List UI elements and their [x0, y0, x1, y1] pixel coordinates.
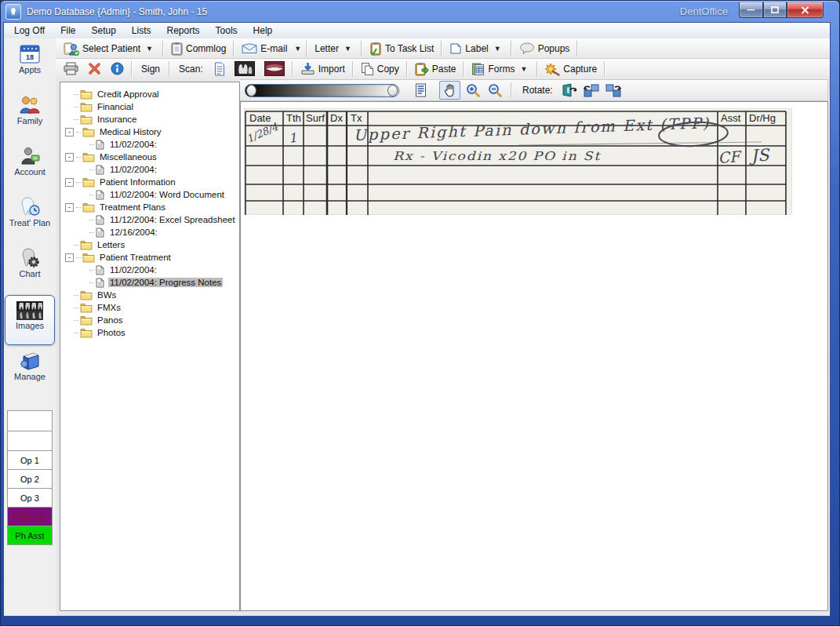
status-ph-asst[interactable]: Ph Asst [7, 526, 53, 545]
tree-item[interactable]: -Treatment Plans [60, 201, 239, 213]
maximize-button[interactable] [763, 2, 787, 18]
label-dropdown[interactable]: ▼ [492, 45, 504, 53]
sidebar-item-images[interactable]: Images [5, 295, 55, 345]
tree-item[interactable]: -Patient Information [60, 176, 239, 188]
collapse-toggle[interactable]: - [65, 178, 74, 187]
paste-icon [415, 62, 429, 76]
sidebar-item-family[interactable]: Family [5, 89, 54, 140]
scanned-progress-note[interactable]: Date Tth Surf Dx Tx Asst Dr/Hg 1/28/4 [244, 108, 792, 215]
zoom-in-button[interactable] [463, 82, 482, 99]
zoom-out-button[interactable] [485, 82, 504, 99]
app-window-icon [5, 4, 21, 20]
sidebar-item-manage[interactable]: Manage [5, 345, 54, 396]
import-button[interactable]: Import [296, 60, 350, 78]
scan-col-dx: Dx [330, 112, 343, 124]
tree-item[interactable]: -Medical History [60, 126, 239, 138]
fit-page-button[interactable] [411, 82, 431, 99]
tree-item[interactable]: Photos [60, 326, 239, 339]
rotate-flip-button[interactable] [560, 82, 580, 99]
label-button[interactable]: Label ▼ [445, 39, 507, 57]
info-button[interactable] [106, 60, 129, 78]
menu-reports[interactable]: Reports [159, 24, 208, 38]
letter-button[interactable]: Letter ▼ [310, 39, 358, 57]
close-button[interactable] [787, 2, 824, 18]
title-bar[interactable]: Demo Database {Admin} - Smith, John - 15… [5, 2, 830, 21]
sidebar-item-chart[interactable]: Chart [5, 242, 54, 293]
scan-document-button[interactable] [209, 60, 230, 78]
menu-lists[interactable]: Lists [124, 24, 159, 38]
tree-item[interactable]: 11/02/2004: Word Document [60, 188, 239, 201]
tree-item[interactable]: -Patient Treatment [60, 251, 239, 264]
contrast-slider-left-handle[interactable] [246, 85, 256, 96]
tree-item[interactable]: 11/12/2004: Excel Spreadsheet [60, 213, 239, 226]
tree-item[interactable]: FMXs [60, 301, 239, 314]
contrast-slider-right-handle[interactable] [387, 85, 398, 96]
pan-tool-button[interactable] [439, 81, 460, 100]
tree-item[interactable]: 12/16/2004: [60, 226, 239, 238]
commlog-button[interactable]: Commlog [166, 39, 231, 57]
forms-button[interactable]: Forms ▼ [467, 60, 534, 78]
status-ptready[interactable]: PtReady [7, 507, 53, 526]
treatplan-icon [5, 196, 54, 218]
scan-xray-button[interactable] [230, 60, 260, 78]
to-task-list-button[interactable]: To Task List [365, 39, 438, 57]
menu-tools[interactable]: Tools [208, 24, 245, 38]
menu-help[interactable]: Help [245, 24, 281, 38]
scan-photo-icon [264, 61, 285, 76]
rotate-left-button[interactable] [582, 82, 602, 99]
task-list-icon [369, 42, 382, 56]
paste-button[interactable]: Paste [410, 60, 461, 78]
collapse-toggle[interactable]: - [65, 128, 74, 136]
menu-log-off[interactable]: Log Off [4, 24, 53, 38]
forms-dropdown[interactable]: ▼ [518, 65, 529, 73]
tree-item-selected[interactable]: 11/02/2004: Progress Notes [60, 276, 239, 289]
folder-icon [80, 240, 93, 250]
label-icon [449, 42, 462, 55]
email-button[interactable]: E-mail [237, 39, 292, 57]
view-toolbar: Rotate: [240, 79, 828, 101]
scan-col-drhg: Dr/Hg [749, 112, 776, 124]
sidebar-item-appts[interactable]: 18 Appts [5, 38, 54, 89]
select-patient-dropdown[interactable]: ▼ [144, 45, 155, 53]
tree-item[interactable]: Financial [60, 100, 239, 113]
contrast-slider[interactable] [245, 84, 399, 97]
collapse-toggle[interactable]: - [65, 253, 74, 262]
sidebar-item-account[interactable]: Account [5, 140, 54, 191]
operatory-op1[interactable]: Op 1 [7, 450, 53, 470]
tree-item[interactable]: Insurance [60, 113, 239, 126]
tree-item[interactable]: 11/02/2004: [60, 138, 239, 151]
image-display-panel[interactable]: Date Tth Surf Dx Tx Asst Dr/Hg 1/28/4 [240, 101, 828, 611]
operatory-box-empty[interactable] [7, 431, 53, 451]
tree-item[interactable]: 11/02/2004: [60, 264, 239, 276]
tree-item[interactable]: BWs [60, 289, 239, 301]
minimize-button[interactable]: — [739, 2, 763, 18]
copy-button[interactable]: Copy [356, 60, 404, 78]
handwritten-asst-initials: CF [718, 147, 743, 166]
tree-item[interactable]: Credit Approval [60, 88, 239, 100]
rotate-right-button[interactable] [604, 82, 624, 99]
delete-button[interactable] [83, 60, 106, 78]
popups-button[interactable]: Popups [515, 39, 575, 57]
collapse-toggle[interactable]: - [65, 203, 74, 212]
sidebar-item-treatplan[interactable]: Treat' Plan [5, 191, 54, 242]
select-patient-button[interactable]: Select Patient ▼ [59, 39, 160, 57]
letter-dropdown[interactable]: ▼ [342, 45, 354, 53]
folder-icon [80, 328, 93, 338]
sign-button[interactable]: Sign [135, 60, 166, 78]
menu-file[interactable]: File [53, 24, 83, 38]
capture-button[interactable]: Capture [540, 60, 602, 78]
tree-item[interactable]: Letters [60, 238, 239, 251]
menu-setup[interactable]: Setup [83, 24, 123, 38]
tree-item[interactable]: 11/02/2004: [60, 163, 239, 176]
tree-item[interactable]: Panos [60, 314, 239, 326]
document-icon [96, 227, 104, 238]
operatory-op3[interactable]: Op 3 [7, 488, 53, 508]
operatory-box-empty[interactable] [7, 410, 53, 431]
scan-photo-button[interactable] [260, 60, 289, 78]
print-button[interactable] [59, 60, 83, 78]
collapse-toggle[interactable]: - [65, 153, 74, 162]
tree-item[interactable]: -Miscellaneous [60, 151, 239, 163]
folder-icon [80, 290, 93, 300]
operatory-op2[interactable]: Op 2 [7, 469, 53, 489]
email-dropdown[interactable]: ▼ [292, 45, 304, 53]
